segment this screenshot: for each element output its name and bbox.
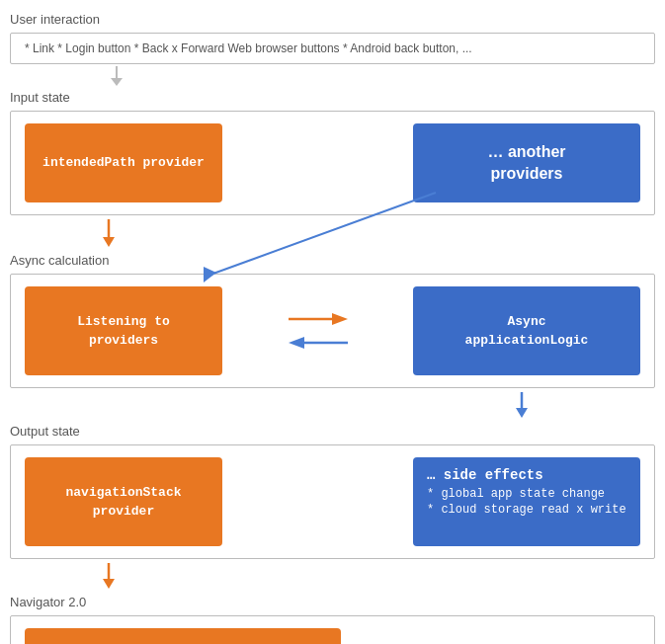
async-logic-block: AsyncapplicationLogic [413,286,640,375]
async-calc-box: Listening toproviders Asyncappli [10,274,655,388]
svg-marker-9 [204,267,216,282]
arrow-right-1 [289,310,348,328]
nav-stack-text: navigationStackprovider [65,483,181,522]
user-interaction-text: * Link * Login button * Back x Forward W… [25,41,472,55]
nav-stack-block: navigationStackprovider [25,457,222,546]
svg-marker-7 [289,337,304,349]
user-interaction-box: * Link * Login button * Back x Forward W… [10,33,655,64]
user-interaction-label: User interaction [10,12,655,27]
output-row: navigationStackprovider … side effects *… [25,457,640,546]
diagram-container: User interaction * Link * Login button *… [0,0,665,644]
listening-block: Listening toproviders [25,286,222,375]
output-state-box: navigationStackprovider … side effects *… [10,444,655,559]
intended-path-text: intendedPath provider [42,154,205,172]
side-effects-title: … side effects [427,467,626,483]
side-effects-bullet-2: * cloud storage read x write [427,503,626,517]
another-providers-text: … anotherproviders [487,141,565,186]
svg-marker-1 [111,78,123,86]
router-delegate-block: RouterDelegate (call notifyListeners() w… [25,628,341,644]
router-delegate-text: RouterDelegate (call notifyListeners() w… [25,628,341,644]
svg-marker-5 [332,313,348,325]
async-calc-label: Async calculation [10,253,655,268]
another-providers-block: … anotherproviders [413,123,640,202]
svg-marker-11 [516,408,528,418]
listening-text: Listening toproviders [77,312,170,351]
arrow-down-2 [101,219,117,249]
input-state-box: intendedPath provider … anotherproviders [10,111,655,215]
async-row: Listening toproviders Asyncappli [25,286,640,375]
input-state-label: Input state [10,90,655,105]
async-logic-text: AsyncapplicationLogic [465,312,589,351]
arrow-left-1 [289,334,348,352]
input-state-row: intendedPath provider … anotherproviders [25,123,640,202]
navigator-box: RouterDelegate (call notifyListeners() w… [10,615,655,644]
arrow-down-1 [109,66,125,86]
arrow-down-4 [101,563,117,591]
arrow-down-3 [514,392,530,420]
output-state-label: Output state [10,424,655,439]
intended-path-block: intendedPath provider [25,123,222,202]
svg-marker-3 [103,237,115,247]
navigator-label: Navigator 2.0 [10,595,655,609]
side-effects-bullet-1: * global app state change [427,487,626,501]
side-effects-block: … side effects * global app state change… [413,457,640,546]
svg-marker-13 [103,579,115,589]
